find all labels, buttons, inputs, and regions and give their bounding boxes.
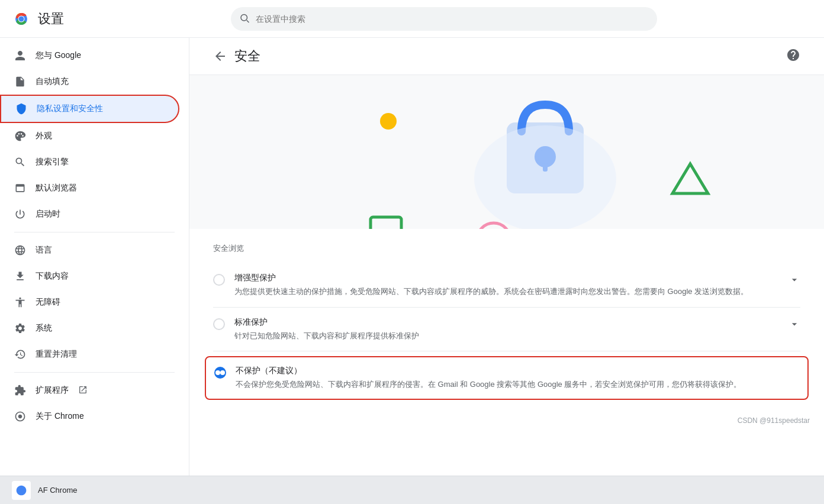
search-bar xyxy=(231,7,657,31)
svg-point-3 xyxy=(19,16,24,21)
expand-enhanced-icon[interactable] xyxy=(788,274,800,289)
back-button[interactable] xyxy=(213,49,227,63)
sidebar-item-privacy[interactable]: 隐私设置和安全性 xyxy=(0,95,179,123)
description-icon xyxy=(14,76,26,88)
search-icon xyxy=(239,12,250,25)
sidebar-item-browser[interactable]: 默认浏览器 xyxy=(0,175,179,201)
svg-line-5 xyxy=(247,20,249,22)
option-enhanced-desc: 为您提供更快速主动的保护措施，免受危险网站、下载内容或扩展程序的威胁。系统会在密… xyxy=(234,286,779,298)
sidebar-item-search[interactable]: 搜索引擎 xyxy=(0,149,179,175)
chrome-logo-icon xyxy=(12,9,31,28)
sidebar-divider-1 xyxy=(14,232,175,232)
download-icon xyxy=(14,270,26,282)
section-title: 安全浏览 xyxy=(213,243,800,254)
option-none-desc: 不会保护您免受危险网站、下载内容和扩展程序的侵害。在 Gmail 和 Googl… xyxy=(236,379,799,390)
svg-point-4 xyxy=(241,14,247,21)
sidebar-label-appearance: 外观 xyxy=(36,131,52,141)
header: 设置 xyxy=(0,0,824,38)
person-icon xyxy=(14,50,26,62)
settings-section: 安全浏览 增强型保护 为您提供更快速主动的保护措施，免受危险网站、下载内容或扩展… xyxy=(189,229,824,414)
sidebar-item-language[interactable]: 语言 xyxy=(0,237,179,263)
help-button[interactable] xyxy=(786,48,800,65)
sidebar-label-privacy: 隐私设置和安全性 xyxy=(37,104,103,114)
logo-area: 设置 xyxy=(12,9,64,28)
sidebar-label-search: 搜索引擎 xyxy=(36,157,69,167)
puzzle-icon xyxy=(14,385,26,396)
svg-point-12 xyxy=(380,113,397,130)
option-standard-desc: 针对已知危险网站、下载内容和扩展程序提供标准保护 xyxy=(234,330,779,342)
page-title: 设置 xyxy=(38,10,64,28)
option-none-content: 不保护（不建议） 不会保护您免受危险网站、下载内容和扩展程序的侵害。在 Gmai… xyxy=(236,366,799,390)
sidebar: 您与 Google 自动填充 隐私设置和安全性 外观 xyxy=(0,38,189,476)
sidebar-item-appearance[interactable]: 外观 xyxy=(0,123,179,149)
option-enhanced[interactable]: 增强型保护 为您提供更快速主动的保护措施，免受危险网站、下载内容或扩展程序的威胁… xyxy=(213,263,800,308)
power-icon xyxy=(14,208,26,220)
option-standard-content: 标准保护 针对已知危险网站、下载内容和扩展程序提供标准保护 xyxy=(234,317,779,342)
content-header-left: 安全 xyxy=(213,47,260,65)
search-input[interactable] xyxy=(231,7,657,31)
globe-icon xyxy=(14,244,26,256)
history-icon xyxy=(14,348,26,360)
option-none-title: 不保护（不建议） xyxy=(236,366,799,376)
external-link-icon xyxy=(78,385,88,396)
content-area: 安全 xyxy=(189,38,824,476)
bottom-bar: AF Chrome xyxy=(0,476,824,504)
main-layout: 您与 Google 自动填充 隐私设置和安全性 外观 xyxy=(0,38,824,476)
sidebar-label-about: 关于 Chrome xyxy=(36,411,84,422)
radio-none[interactable] xyxy=(214,367,226,379)
sidebar-item-system[interactable]: 系统 xyxy=(0,315,179,341)
sidebar-item-startup[interactable]: 启动时 xyxy=(0,201,179,227)
bottom-bar-text: AF Chrome xyxy=(38,486,77,495)
option-none[interactable]: 不保护（不建议） 不会保护您免受危险网站、下载内容和扩展程序的侵害。在 Gmai… xyxy=(205,356,809,400)
sidebar-label-browser: 默认浏览器 xyxy=(36,183,77,193)
option-standard-title: 标准保护 xyxy=(234,317,779,328)
sidebar-label-system: 系统 xyxy=(36,323,52,334)
sidebar-label-downloads: 下载内容 xyxy=(36,271,69,282)
content-title: 安全 xyxy=(234,47,260,65)
sidebar-label-google: 您与 Google xyxy=(36,50,81,61)
option-enhanced-title: 增强型保护 xyxy=(234,273,779,283)
content-header: 安全 xyxy=(189,38,824,75)
bottom-bar-icon xyxy=(12,481,31,500)
sidebar-item-accessibility[interactable]: 无障碍 xyxy=(0,289,179,315)
search-sidebar-icon xyxy=(14,156,26,168)
settings-icon xyxy=(14,322,26,334)
sidebar-label-reset: 重置并清理 xyxy=(36,349,77,360)
sidebar-divider-2 xyxy=(14,372,175,373)
radio-standard[interactable] xyxy=(213,318,225,330)
radio-enhanced[interactable] xyxy=(213,274,225,286)
sidebar-item-google[interactable]: 您与 Google xyxy=(0,43,179,69)
svg-point-21 xyxy=(474,125,616,229)
sidebar-label-accessibility: 无障碍 xyxy=(36,297,60,308)
option-enhanced-content: 增强型保护 为您提供更快速主动的保护措施，免受危险网站、下载内容或扩展程序的威胁… xyxy=(234,273,779,298)
sidebar-item-autofill[interactable]: 自动填充 xyxy=(0,69,179,95)
browser-icon xyxy=(14,182,26,194)
sidebar-item-reset[interactable]: 重置并清理 xyxy=(0,341,179,367)
shield-icon xyxy=(15,103,27,115)
option-standard[interactable]: 标准保护 针对已知危险网站、下载内容和扩展程序提供标准保护 xyxy=(213,308,800,352)
security-illustration xyxy=(189,75,824,229)
sidebar-label-extensions: 扩展程序 xyxy=(36,385,69,396)
accessibility-icon xyxy=(14,296,26,308)
illustration-svg xyxy=(189,75,824,229)
sidebar-label-startup: 启动时 xyxy=(36,209,60,219)
sidebar-label-language: 语言 xyxy=(36,245,52,256)
sidebar-item-about[interactable]: 关于 Chrome xyxy=(0,403,179,429)
sidebar-label-autofill: 自动填充 xyxy=(36,76,69,87)
chrome-wheel-icon xyxy=(14,411,26,422)
expand-standard-icon[interactable] xyxy=(788,318,800,333)
footer-watermark: CSDN @911speedstar xyxy=(189,414,824,427)
sidebar-item-extensions[interactable]: 扩展程序 xyxy=(0,377,179,403)
sidebar-item-downloads[interactable]: 下载内容 xyxy=(0,263,179,289)
palette-icon xyxy=(14,130,26,142)
watermark-text: CSDN @911speedstar xyxy=(738,416,810,425)
